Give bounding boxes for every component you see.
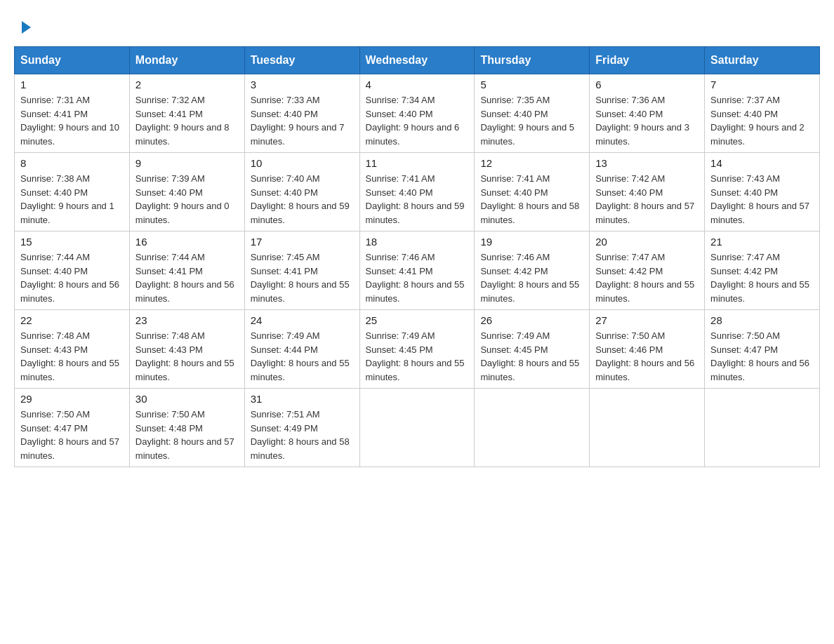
calendar-cell: 31 Sunrise: 7:51 AMSunset: 4:49 PMDaylig…: [244, 389, 359, 467]
calendar-cell: 2 Sunrise: 7:32 AMSunset: 4:41 PMDayligh…: [129, 74, 244, 153]
calendar-week-row: 1 Sunrise: 7:31 AMSunset: 4:41 PMDayligh…: [15, 74, 820, 153]
calendar-cell: [590, 389, 705, 467]
calendar-cell: [359, 389, 475, 467]
day-info: Sunrise: 7:37 AMSunset: 4:40 PMDaylight:…: [710, 93, 814, 148]
day-number: 3: [251, 79, 354, 90]
day-number: 22: [20, 314, 124, 326]
day-info: Sunrise: 7:50 AMSunset: 4:46 PMDaylight:…: [595, 329, 699, 384]
day-info: Sunrise: 7:42 AMSunset: 4:40 PMDaylight:…: [595, 172, 699, 227]
calendar-week-row: 15 Sunrise: 7:44 AMSunset: 4:40 PMDaylig…: [15, 232, 820, 310]
day-info: Sunrise: 7:31 AMSunset: 4:41 PMDaylight:…: [20, 93, 124, 148]
day-info: Sunrise: 7:50 AMSunset: 4:47 PMDaylight:…: [710, 329, 814, 384]
day-number: 16: [135, 236, 239, 248]
day-number: 10: [251, 157, 354, 169]
day-info: Sunrise: 7:49 AMSunset: 4:45 PMDaylight:…: [480, 329, 583, 384]
calendar-cell: 30 Sunrise: 7:50 AMSunset: 4:48 PMDaylig…: [129, 389, 244, 467]
day-info: Sunrise: 7:35 AMSunset: 4:40 PMDaylight:…: [480, 93, 583, 148]
calendar-cell: 28 Sunrise: 7:50 AMSunset: 4:47 PMDaylig…: [705, 310, 820, 389]
day-info: Sunrise: 7:45 AMSunset: 4:41 PMDaylight:…: [251, 250, 354, 305]
calendar-cell: 22 Sunrise: 7:48 AMSunset: 4:43 PMDaylig…: [15, 310, 130, 389]
calendar-week-row: 29 Sunrise: 7:50 AMSunset: 4:47 PMDaylig…: [15, 389, 820, 467]
day-number: 17: [251, 236, 354, 248]
day-number: 7: [710, 79, 814, 90]
day-number: 18: [366, 236, 469, 248]
calendar-cell: 6 Sunrise: 7:36 AMSunset: 4:40 PMDayligh…: [590, 74, 705, 153]
day-info: Sunrise: 7:40 AMSunset: 4:40 PMDaylight:…: [251, 172, 354, 227]
day-number: 24: [251, 314, 354, 326]
day-number: 31: [251, 393, 354, 405]
day-info: Sunrise: 7:38 AMSunset: 4:40 PMDaylight:…: [20, 172, 124, 227]
day-info: Sunrise: 7:46 AMSunset: 4:41 PMDaylight:…: [366, 250, 469, 305]
day-number: 27: [595, 314, 699, 326]
day-info: Sunrise: 7:41 AMSunset: 4:40 PMDaylight:…: [366, 172, 469, 227]
calendar-header-monday: Monday: [129, 47, 244, 74]
calendar-cell: 16 Sunrise: 7:44 AMSunset: 4:41 PMDaylig…: [129, 232, 244, 310]
day-number: 6: [595, 79, 699, 90]
calendar-cell: 19 Sunrise: 7:46 AMSunset: 4:42 PMDaylig…: [475, 232, 590, 310]
day-info: Sunrise: 7:47 AMSunset: 4:42 PMDaylight:…: [710, 250, 814, 305]
calendar-header-friday: Friday: [590, 47, 705, 74]
day-number: 15: [20, 236, 124, 248]
calendar-header-sunday: Sunday: [15, 47, 130, 74]
day-info: Sunrise: 7:49 AMSunset: 4:45 PMDaylight:…: [366, 329, 469, 384]
calendar-cell: 17 Sunrise: 7:45 AMSunset: 4:41 PMDaylig…: [244, 232, 359, 310]
calendar-cell: 4 Sunrise: 7:34 AMSunset: 4:40 PMDayligh…: [359, 74, 475, 153]
calendar-header-saturday: Saturday: [705, 47, 820, 74]
day-number: 11: [366, 157, 469, 169]
calendar-week-row: 22 Sunrise: 7:48 AMSunset: 4:43 PMDaylig…: [15, 310, 820, 389]
calendar-header-row: SundayMondayTuesdayWednesdayThursdayFrid…: [15, 47, 820, 74]
day-info: Sunrise: 7:39 AMSunset: 4:40 PMDaylight:…: [135, 172, 239, 227]
day-number: 30: [135, 393, 239, 405]
day-info: Sunrise: 7:50 AMSunset: 4:47 PMDaylight:…: [20, 408, 124, 462]
calendar-cell: [705, 389, 820, 467]
day-number: 9: [135, 157, 239, 169]
calendar-cell: 10 Sunrise: 7:40 AMSunset: 4:40 PMDaylig…: [244, 153, 359, 232]
day-info: Sunrise: 7:41 AMSunset: 4:40 PMDaylight:…: [480, 172, 583, 227]
day-number: 12: [480, 157, 583, 169]
day-info: Sunrise: 7:46 AMSunset: 4:42 PMDaylight:…: [480, 250, 583, 305]
calendar-cell: 29 Sunrise: 7:50 AMSunset: 4:47 PMDaylig…: [15, 389, 130, 467]
logo: [21, 21, 31, 32]
calendar-cell: 21 Sunrise: 7:47 AMSunset: 4:42 PMDaylig…: [705, 232, 820, 310]
day-number: 14: [710, 157, 814, 169]
day-number: 29: [20, 393, 124, 405]
calendar-cell: 9 Sunrise: 7:39 AMSunset: 4:40 PMDayligh…: [129, 153, 244, 232]
calendar-cell: [475, 389, 590, 467]
day-info: Sunrise: 7:50 AMSunset: 4:48 PMDaylight:…: [135, 408, 239, 462]
day-number: 4: [366, 79, 469, 90]
calendar-header-tuesday: Tuesday: [244, 47, 359, 74]
calendar-cell: 7 Sunrise: 7:37 AMSunset: 4:40 PMDayligh…: [705, 74, 820, 153]
calendar-cell: 18 Sunrise: 7:46 AMSunset: 4:41 PMDaylig…: [359, 232, 475, 310]
day-number: 28: [710, 314, 814, 326]
calendar-cell: 27 Sunrise: 7:50 AMSunset: 4:46 PMDaylig…: [590, 310, 705, 389]
calendar-cell: 24 Sunrise: 7:49 AMSunset: 4:44 PMDaylig…: [244, 310, 359, 389]
day-info: Sunrise: 7:51 AMSunset: 4:49 PMDaylight:…: [251, 408, 354, 462]
calendar-cell: 13 Sunrise: 7:42 AMSunset: 4:40 PMDaylig…: [590, 153, 705, 232]
day-number: 25: [366, 314, 469, 326]
day-number: 2: [135, 79, 239, 90]
page-header: [14, 14, 820, 39]
day-number: 26: [480, 314, 583, 326]
day-number: 19: [480, 236, 583, 248]
calendar-cell: 5 Sunrise: 7:35 AMSunset: 4:40 PMDayligh…: [475, 74, 590, 153]
calendar-table: SundayMondayTuesdayWednesdayThursdayFrid…: [14, 46, 820, 467]
day-info: Sunrise: 7:33 AMSunset: 4:40 PMDaylight:…: [251, 93, 354, 148]
day-number: 21: [710, 236, 814, 248]
calendar-cell: 3 Sunrise: 7:33 AMSunset: 4:40 PMDayligh…: [244, 74, 359, 153]
calendar-cell: 25 Sunrise: 7:49 AMSunset: 4:45 PMDaylig…: [359, 310, 475, 389]
calendar-cell: 23 Sunrise: 7:48 AMSunset: 4:43 PMDaylig…: [129, 310, 244, 389]
calendar-cell: 12 Sunrise: 7:41 AMSunset: 4:40 PMDaylig…: [475, 153, 590, 232]
logo-arrow-icon: [22, 21, 31, 34]
day-number: 1: [20, 79, 124, 90]
calendar-header-wednesday: Wednesday: [359, 47, 475, 74]
calendar-cell: 11 Sunrise: 7:41 AMSunset: 4:40 PMDaylig…: [359, 153, 475, 232]
day-info: Sunrise: 7:36 AMSunset: 4:40 PMDaylight:…: [595, 93, 699, 148]
calendar-cell: 14 Sunrise: 7:43 AMSunset: 4:40 PMDaylig…: [705, 153, 820, 232]
calendar-week-row: 8 Sunrise: 7:38 AMSunset: 4:40 PMDayligh…: [15, 153, 820, 232]
day-info: Sunrise: 7:34 AMSunset: 4:40 PMDaylight:…: [366, 93, 469, 148]
day-info: Sunrise: 7:48 AMSunset: 4:43 PMDaylight:…: [135, 329, 239, 384]
day-info: Sunrise: 7:49 AMSunset: 4:44 PMDaylight:…: [251, 329, 354, 384]
day-number: 23: [135, 314, 239, 326]
calendar-cell: 1 Sunrise: 7:31 AMSunset: 4:41 PMDayligh…: [15, 74, 130, 153]
day-info: Sunrise: 7:47 AMSunset: 4:42 PMDaylight:…: [595, 250, 699, 305]
